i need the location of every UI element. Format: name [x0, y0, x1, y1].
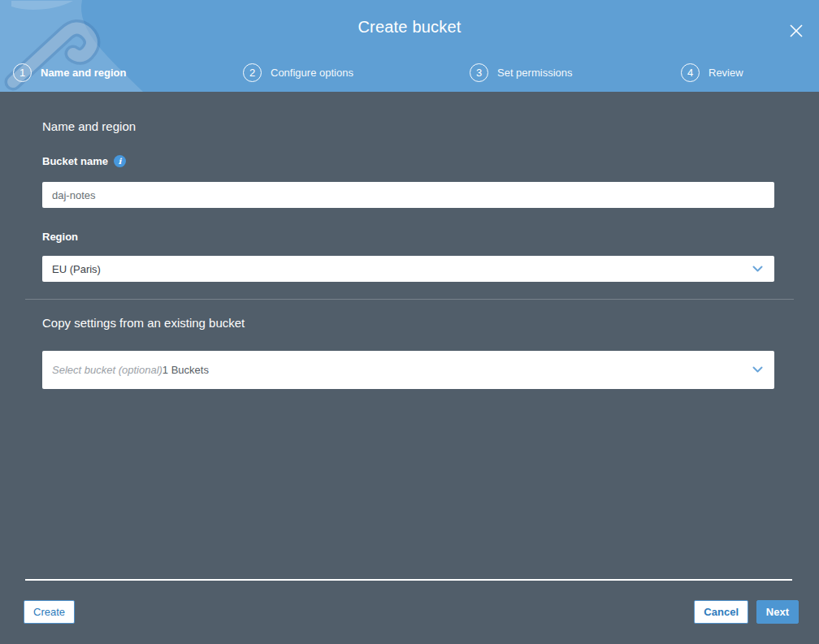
section-heading-name-and-region: Name and region	[42, 119, 136, 133]
copy-bucket-select-text: Select bucket (optional)1 Buckets	[52, 364, 746, 376]
next-button[interactable]: Next	[756, 600, 799, 624]
chevron-down-icon	[752, 366, 763, 374]
step-number-badge: 3	[470, 63, 488, 82]
bucket-name-label-text: Bucket name	[42, 155, 108, 167]
page-title: Create bucket	[0, 0, 819, 54]
step-number-badge: 4	[681, 63, 700, 82]
step-number-badge: 2	[243, 63, 262, 82]
close-icon[interactable]	[786, 21, 806, 41]
step-label: Review	[708, 67, 743, 79]
wizard-steps-bar: 1 Name and region 2 Configure options 3 …	[0, 54, 819, 92]
copy-bucket-placeholder: Select bucket (optional)	[52, 364, 162, 376]
modal-header: Create bucket	[0, 0, 819, 54]
chevron-down-icon	[752, 266, 763, 273]
step-review[interactable]: 4 Review	[681, 54, 743, 92]
step-label: Configure options	[271, 67, 353, 79]
region-label: Region	[42, 231, 78, 243]
bucket-name-input[interactable]	[42, 182, 774, 208]
section-divider	[25, 299, 794, 300]
cancel-button[interactable]: Cancel	[694, 600, 748, 624]
bucket-name-label: Bucket name i	[42, 155, 126, 167]
step-number-badge: 1	[13, 63, 32, 82]
step-label: Set permissions	[497, 67, 572, 79]
copy-bucket-count: 1 Buckets	[162, 364, 209, 376]
copy-bucket-select[interactable]: Select bucket (optional)1 Buckets	[42, 351, 774, 389]
step-configure-options[interactable]: 2 Configure options	[243, 54, 353, 92]
copy-settings-heading: Copy settings from an existing bucket	[42, 316, 245, 330]
create-button[interactable]: Create	[24, 600, 75, 624]
footer-divider	[25, 579, 792, 581]
step-label: Name and region	[41, 67, 126, 79]
region-select[interactable]: EU (Paris)	[42, 256, 774, 282]
step-name-and-region[interactable]: 1 Name and region	[13, 54, 126, 92]
info-icon[interactable]: i	[114, 155, 126, 167]
modal-top-band: Create bucket 1 Name and region 2 Config…	[0, 0, 819, 92]
step-set-permissions[interactable]: 3 Set permissions	[470, 54, 572, 92]
region-selected-value: EU (Paris)	[52, 263, 746, 275]
